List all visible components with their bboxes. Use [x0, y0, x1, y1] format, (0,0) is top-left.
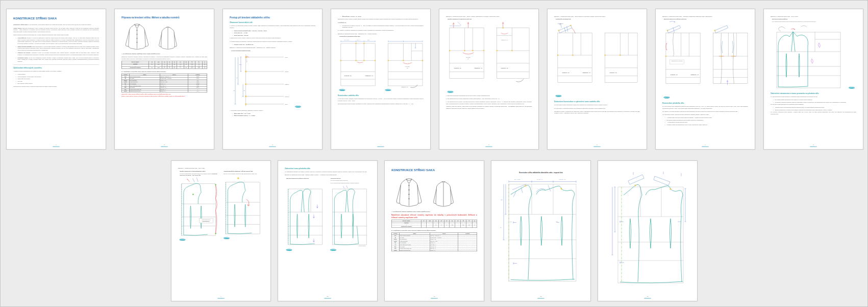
warning-text: Naměřené obvodové tělesné rozměry zapíše… — [391, 214, 477, 219]
page-thumbnail-1[interactable]: KONSTRUKCE STŘIHU SAKA Konstrukce střihu… — [6, 9, 106, 150]
page-title: KONSTRUKCE STŘIHU SAKA — [13, 16, 99, 21]
svg-text:náramenice - za: náramenice - za — [501, 39, 508, 40]
svg-text:náramenice - za: náramenice - za — [402, 86, 408, 87]
svg-text:ZADNÍ DÍL - 2X: ZADNÍ DÍL - 2X — [562, 72, 570, 73]
page-thumbnail-5[interactable]: Obrázek 3: Konstrukce střihu saka - úpra… — [439, 9, 539, 150]
jacket-front-illustration — [122, 21, 152, 51]
diagram-header: Zakreslení hrudního záševku — [772, 18, 856, 20]
step-b-heading: B. Vypočítáme si vzorečky, které jsou pr… — [121, 70, 207, 73]
footer-link[interactable]: www.strihy.cz — [548, 146, 647, 147]
body-paragraph: Z pomocných rozměrů ještě využijeme před… — [13, 85, 99, 87]
step-bullet-list: •hloubky sedu (hs = 18 až 20 cm) — [230, 43, 315, 45]
diagram-header: Zakreslení pasového a bočního výběru PD — [286, 178, 327, 179]
construction-diagram — [771, 23, 847, 90]
svg-text:62: 62 — [233, 90, 235, 91]
figure-caption: Obrázek 7: Konstrukce střihu šatů - prvn… — [178, 167, 264, 169]
jacket-back-illustration — [156, 25, 180, 51]
logo-swoosh-icon — [849, 86, 855, 89]
logo-swoosh-icon — [330, 249, 337, 251]
footer-link[interactable]: www.strihy.cz — [223, 146, 322, 147]
figure-caption: Obrázek 1: Konstrukce střihu dámského sa… — [230, 47, 315, 49]
diagram-header: Konstrukční síť zadního dílu — [556, 18, 640, 20]
footer-link[interactable]: www.strihy.cz — [7, 146, 106, 147]
page-thumbnail-12[interactable]: Konstrukce střihu základního dámského sa… — [491, 160, 591, 301]
step-text: Na pasové přímce vyznačíme šíři pasového… — [554, 110, 640, 114]
footer-link[interactable]: www.strihy.cz — [278, 297, 377, 299]
page-thumbnail-11[interactable]: KONSTRUKCE STŘIHU SAKA — [384, 160, 484, 301]
diagram-subheader: Pro vykreslení tvaru ramene zvolte vyzna… — [772, 20, 856, 22]
body-paragraph: Konstrukce střihu saka je více specifick… — [13, 24, 99, 26]
step-bullet-list: •šířku zadní (šz + 1,5 = 19,8)•šířku prů… — [230, 112, 315, 116]
svg-text:PŘEDNÍ DÍL - 1X: PŘEDNÍ DÍL - 1X — [691, 74, 699, 75]
construction-diagram: šz + 1,5-2 1/4 oh + 1 4/10 oh + 2 — [498, 176, 584, 284]
construction-diagram: délka ramene ZADNÍ DÍL — [554, 20, 640, 93]
page-thumbnail-4[interactable]: •šířka přední (4/10 oh + 2 = 21,2). Zakr… — [331, 9, 431, 150]
diagram-header: Umístění náramenice a hrudního/prsního v… — [180, 171, 220, 172]
step-a-heading: A. Do připravené tabulky zapíšeme svoje … — [121, 53, 207, 55]
svg-text:hs: hs — [243, 90, 245, 91]
svg-text:PŘEDNÍ DÍL - 1X: PŘEDNÍ DÍL - 1X — [475, 67, 483, 68]
svg-text:špr: špr — [407, 67, 408, 68]
svg-text:PŘEDNÍ DÍL - 1X: PŘEDNÍ DÍL - 1X — [583, 72, 591, 73]
page-thumbnail-2[interactable]: Příprava na kreslení střihu: Měření a ta… — [114, 9, 214, 150]
svg-text:PŘEDNÍ DÍL - 1X: PŘEDNÍ DÍL - 1X — [365, 75, 374, 76]
footer-link[interactable]: www.strihy.cz — [764, 146, 863, 147]
step-bullet-list: •Do tohoto místa zakreslíme krční oblouk… — [771, 99, 856, 103]
svg-text:Pozice pomocného švu: Pozice pomocného švu — [202, 219, 210, 220]
footer-link[interactable]: www.strihy.cz — [385, 297, 484, 299]
logo-swoosh-icon — [339, 89, 345, 91]
page-thumbnail-8[interactable]: Obrázek 6: Konstrukce střihu saka - prvn… — [763, 9, 863, 150]
footer-link[interactable]: www.strihy.cz — [439, 146, 538, 147]
logo-swoosh-icon — [555, 95, 562, 97]
formula-table: zkratkanázevvzorecvýpočetzhpzadní hloubk… — [121, 74, 207, 92]
diagram-header: Posunutí/Zmenšení náramenice a přední ra… — [224, 171, 264, 172]
step-text: 13. Na hrudní přímce, směrem dovnitř nan… — [662, 114, 748, 116]
step-text: 1. Nejprve si nakreslíme svislou přímku,… — [230, 25, 315, 29]
footer-link[interactable]: www.strihy.cz — [331, 146, 430, 147]
logo-swoosh-icon — [295, 105, 302, 108]
diagram-subheader: Než se k výběru vrátíme, hodí se do pasu… — [224, 173, 264, 174]
svg-text:šz + 1,5-2: šz + 1,5-2 — [514, 179, 520, 180]
logo-swoosh-icon — [179, 239, 186, 241]
figure-caption: Obrázek 4: Konstrukce střihu saka - délk… — [554, 15, 640, 17]
measures-list: •výška postavy,•obvod hrudníku, obvod pa… — [13, 74, 99, 84]
section-heading: Dokončení konstrukce a vykreslení tvaru … — [554, 101, 640, 103]
step-bullet-list: •šířka přední (4/10 oh + 2 = 21,2). — [338, 15, 424, 17]
svg-text:ZADNÍ DÍL - 2X: ZADNÍ DÍL - 2X — [610, 72, 617, 73]
construction-diagram: 20,3 41 62 hs krční hrudní pasová sedová… — [230, 52, 293, 109]
svg-text:dolní: dolní — [285, 104, 288, 105]
footer-link[interactable]: www.strihy.cz — [598, 297, 697, 299]
svg-text:ZADNÍ DÍL - 2X: ZADNÍ DÍL - 2X — [671, 74, 678, 75]
body-paragraph: Naměřené obvodové tělesné rozměry zapíše… — [121, 56, 207, 60]
page-thumbnail-6[interactable]: Obrázek 4: Konstrukce střihu saka - délk… — [547, 9, 647, 150]
page-thumbnail-3[interactable]: Postup při kreslení základního střihu Zh… — [222, 9, 323, 150]
svg-text:špd: špd — [367, 39, 369, 40]
construction-diagram: pasová/boční šíře výběru ZD ZADNÍ DÍL - … — [662, 20, 748, 95]
step-text: 2. Zakreslíme přímky hrudní, pasovou a d… — [230, 37, 315, 39]
diagram-header: Umístění náramenice a ramenního výběru Z… — [448, 18, 532, 20]
footer-link[interactable]: www.strihy.cz — [171, 297, 270, 299]
diagram-header: Zakreslení pasového a bočního výběru ZD — [664, 18, 748, 20]
footer-link[interactable]: www.strihy.cz — [491, 297, 590, 299]
jacket-front-illustration — [392, 176, 426, 208]
step-bullet-list: •zadní hloubku podpaží (zhp = 1/10 vp + … — [230, 30, 315, 36]
step-text: 7. Od bodu průkrčníku přeneseme od konco… — [446, 95, 532, 97]
svg-text:4-2: 4-2 — [556, 220, 558, 221]
step-bullet-list: •Vedeme šikmo od průkrčníku směrem dopra… — [771, 107, 856, 111]
page-thumbnail-10[interactable]: Zakreslení tvaru předního dílu 17. Zakre… — [278, 160, 378, 301]
svg-text:41: 41 — [236, 77, 238, 79]
construction-diagram — [605, 171, 691, 286]
formula-table-blank: zkratkanázevvzorecvýpočetzhpzadní hloubk… — [391, 232, 477, 251]
construction-diagram: Vykreslený tvar PD — [329, 184, 370, 248]
footer-link[interactable]: www.strihy.cz — [656, 146, 755, 147]
step-text: 12. Zprava, od přední středové směrem do… — [662, 110, 748, 112]
page-thumbnail-9[interactable]: Obrázek 7: Konstrukce střihu šatů - prvn… — [171, 160, 271, 301]
step-text: 3. Přímka sedová se nakreslí v polovině … — [230, 40, 315, 42]
page-thumbnail-7[interactable]: Obrázek 5: Konstrukce střihu saka - zakr… — [655, 9, 755, 150]
step-text: 5. Hodnoty výpočtů se nanesou na přísluš… — [338, 29, 424, 31]
figure-caption: Obrázek 8: Konstrukce střihu saka - paso… — [285, 174, 370, 176]
page-thumbnail-13[interactable]: 13www.strihy.cz — [598, 160, 698, 301]
page-title: Příprava na kreslení střihu: Měření a ta… — [121, 16, 207, 19]
logo-swoosh-icon — [286, 249, 292, 251]
footer-link[interactable]: www.strihy.cz — [115, 146, 214, 147]
